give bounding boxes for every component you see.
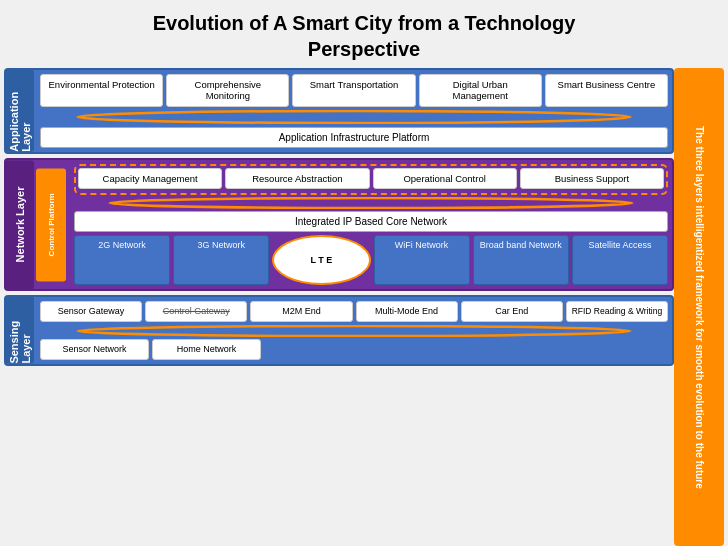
sense-sensor-gateway: Sensor Gateway: [40, 301, 142, 322]
sense-rfid: RFID Reading & Writing: [566, 301, 668, 322]
net-layer-label: Network Layer: [6, 160, 34, 289]
app-layer-label: Application Layer: [6, 70, 34, 152]
sense-bottom-boxes: Sensor Network Home Network: [40, 339, 668, 360]
app-box-urban: Digital Urban Management: [419, 74, 542, 107]
svg-point-3: [110, 198, 633, 208]
sense-home-network: Home Network: [152, 339, 261, 360]
app-box-monitoring: Comprehensive Monitoring: [166, 74, 289, 107]
right-side-label: The three layers intelligentized framewo…: [674, 68, 724, 546]
net-box-business: Business Support: [520, 168, 664, 189]
sensing-layer: Sensing Layer Sensor Gateway Control Gat…: [4, 295, 674, 366]
svg-point-1: [78, 111, 631, 123]
sense-sensor-network: Sensor Network: [40, 339, 149, 360]
net-broadband: Broad band Network: [473, 235, 569, 285]
net-satellite: Satellite Access: [572, 235, 668, 285]
app-boxes: Environmental Protection Comprehensive M…: [40, 74, 668, 107]
net-box-capacity: Capacity Management: [78, 168, 222, 189]
app-infra-bar: Application Infrastructure Platform: [40, 127, 668, 148]
sense-layer-label: Sensing Layer: [6, 297, 34, 364]
app-box-transport: Smart Transportation: [292, 74, 415, 107]
net-bottom-boxes: 2G Network 3G Network L T E WiFi Network…: [74, 235, 668, 285]
svg-point-5: [78, 326, 631, 336]
net-2g: 2G Network: [74, 235, 170, 285]
net-lte: L T E: [272, 235, 370, 285]
sense-control-gateway: Control Gateway: [145, 301, 247, 322]
sense-multimode: Multi-Mode End: [356, 301, 458, 322]
net-3g: 3G Network: [173, 235, 269, 285]
sense-m2m: M2M End: [250, 301, 352, 322]
net-wifi: WiFi Network: [374, 235, 470, 285]
net-top-boxes: Capacity Management Resource Abstraction…: [78, 168, 664, 189]
net-box-operational: Operational Control: [373, 168, 517, 189]
network-layer: Network Layer Control Platform Capacity …: [4, 158, 674, 291]
net-box-resource: Resource Abstraction: [225, 168, 369, 189]
net-infra-bar: Integrated IP Based Core Network: [74, 211, 668, 232]
sense-top-boxes: Sensor Gateway Control Gateway M2M End M…: [40, 301, 668, 322]
page-title: Evolution of A Smart City from a Technol…: [133, 0, 596, 68]
app-box-business: Smart Business Centre: [545, 74, 668, 107]
control-platform-label: Control Platform: [36, 168, 66, 281]
app-box-env: Environmental Protection: [40, 74, 163, 107]
sense-car: Car End: [461, 301, 563, 322]
application-layer: Application Layer Environmental Protecti…: [4, 68, 674, 154]
